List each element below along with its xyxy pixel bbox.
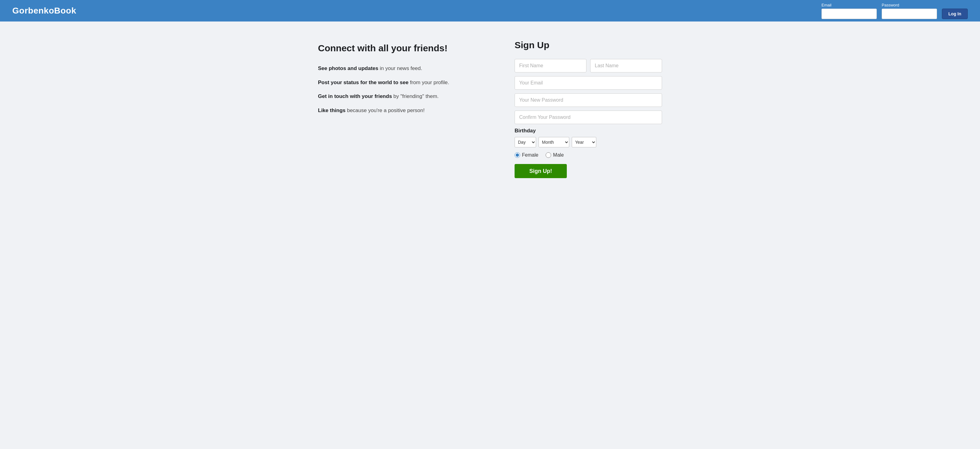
email-label: Email	[821, 3, 877, 7]
login-button[interactable]: Log In	[942, 9, 968, 19]
feature-item: Get in touch with your friends by "frien…	[318, 92, 490, 100]
new-password-input[interactable]	[515, 94, 662, 107]
last-name-input[interactable]	[590, 59, 662, 73]
feature-bold-2: Post your status for the world to see	[318, 79, 409, 86]
name-row	[515, 59, 662, 73]
feature-bold-3: Get in touch with your friends	[318, 94, 392, 99]
birthday-label: Birthday	[515, 128, 662, 134]
female-label: Female	[522, 152, 538, 158]
birthday-day-select[interactable]: Day for(let i=1;i<=31;i++) document.writ…	[515, 137, 536, 148]
header-password-input[interactable]	[882, 9, 937, 19]
birthday-row: Day for(let i=1;i<=31;i++) document.writ…	[515, 137, 662, 148]
hero-headline: Connect with all your friends!	[318, 43, 490, 54]
female-radio[interactable]	[515, 152, 520, 158]
main-content: Connect with all your friends! See photo…	[305, 22, 675, 197]
email-field-group: Email	[821, 3, 877, 19]
password-row	[515, 94, 662, 107]
password-label: Password	[882, 3, 937, 7]
feature-item: Post your status for the world to see fr…	[318, 79, 490, 87]
site-header: GorbenkoBook Email Password Log In	[0, 0, 980, 22]
password-field-group: Password	[882, 3, 937, 19]
gender-row: Female Male	[515, 152, 662, 158]
brand-logo: GorbenkoBook	[12, 6, 76, 16]
feature-list: See photos and updates in your news feed…	[318, 65, 490, 114]
feature-bold-1: See photos and updates	[318, 65, 378, 71]
signup-panel: Sign Up Birthday Day for(let i=1;i<=31;i…	[515, 40, 662, 178]
email-row	[515, 76, 662, 90]
gender-female-option[interactable]: Female	[515, 152, 538, 158]
feature-item: Like things because you're a positive pe…	[318, 106, 490, 114]
male-label: Male	[553, 152, 564, 158]
birthday-month-select[interactable]: Month January February March April May J…	[539, 137, 569, 148]
header-auth-area: Email Password Log In	[821, 3, 968, 19]
feature-item: See photos and updates in your news feed…	[318, 65, 490, 73]
confirm-password-row	[515, 111, 662, 124]
male-radio[interactable]	[546, 152, 551, 158]
confirm-password-input[interactable]	[515, 111, 662, 124]
signup-button[interactable]: Sign Up!	[515, 164, 567, 178]
signup-email-input[interactable]	[515, 76, 662, 90]
birthday-year-select[interactable]: Year for(let y=2024;y>=1900;y--) documen…	[572, 137, 596, 148]
feature-bold-4: Like things	[318, 108, 345, 113]
left-panel: Connect with all your friends! See photo…	[318, 40, 490, 178]
header-email-input[interactable]	[821, 9, 877, 19]
gender-male-option[interactable]: Male	[546, 152, 564, 158]
first-name-input[interactable]	[515, 59, 587, 73]
signup-title: Sign Up	[515, 40, 662, 50]
